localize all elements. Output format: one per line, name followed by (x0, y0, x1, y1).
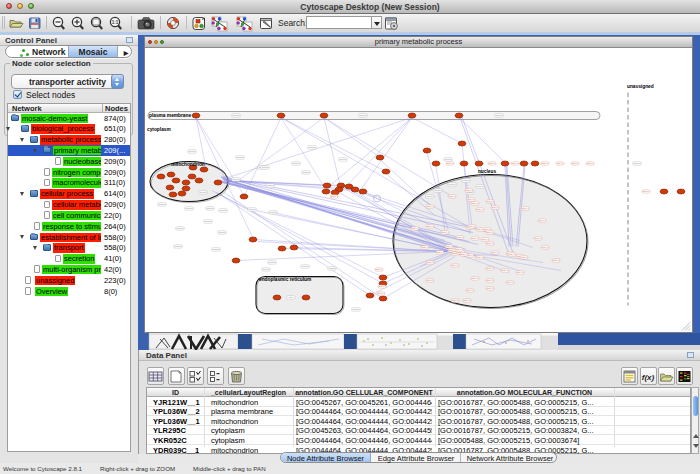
svg-text:GO:44: GO:44 (520, 256, 528, 259)
svg-text:Gmm1: Gmm1 (176, 227, 184, 230)
svg-text:Gmm1: Gmm1 (359, 114, 367, 117)
svg-text:GO:44: GO:44 (486, 200, 494, 203)
svg-text:Gmm1: Gmm1 (426, 195, 434, 198)
svg-text:Gmm1: Gmm1 (232, 114, 240, 117)
svg-text:GO:44: GO:44 (556, 162, 564, 165)
svg-text:GO:44: GO:44 (330, 195, 338, 198)
svg-text:GO:44: GO:44 (465, 189, 473, 192)
svg-text:GO:44: GO:44 (456, 236, 464, 239)
svg-text:GO:44: GO:44 (486, 231, 494, 234)
svg-text:GO:44: GO:44 (468, 225, 476, 228)
svg-text:GO:44: GO:44 (508, 253, 516, 256)
svg-text:Gmm1: Gmm1 (269, 211, 277, 214)
svg-text:GO:44: GO:44 (506, 281, 514, 284)
svg-text:GO:44: GO:44 (467, 198, 475, 201)
svg-text:GO:44: GO:44 (486, 267, 494, 270)
svg-text:GO:44: GO:44 (446, 162, 454, 165)
svg-text:GO:44: GO:44 (426, 205, 434, 208)
svg-text:plasma membrane: plasma membrane (149, 113, 191, 118)
svg-text:GO:44: GO:44 (486, 242, 494, 245)
svg-text:GO:44: GO:44 (516, 271, 524, 274)
svg-text:GO:44: GO:44 (471, 277, 479, 280)
svg-text:nucleus: nucleus (478, 169, 496, 174)
svg-text:GO:44: GO:44 (534, 237, 542, 240)
svg-text:GO:44: GO:44 (511, 162, 519, 165)
svg-text:Gmm1: Gmm1 (352, 308, 360, 311)
svg-text:GO:44: GO:44 (448, 195, 456, 198)
svg-text:Gmm1: Gmm1 (219, 209, 227, 212)
svg-text:Gm1: Gm1 (288, 296, 294, 299)
svg-text:GO:44: GO:44 (460, 253, 468, 256)
svg-text:Gmm1: Gmm1 (476, 185, 484, 188)
svg-text:Gmm1: Gmm1 (495, 114, 503, 117)
svg-text:GO:44: GO:44 (421, 246, 429, 249)
svg-text:GO:44: GO:44 (471, 237, 479, 240)
svg-text:GO:44: GO:44 (491, 206, 499, 209)
svg-text:Gmm1: Gmm1 (236, 156, 244, 159)
svg-text:Gmm1: Gmm1 (339, 158, 347, 161)
svg-text:Gmm1: Gmm1 (212, 248, 220, 251)
svg-text:GO:44: GO:44 (488, 162, 496, 165)
svg-text:GO:44: GO:44 (455, 248, 463, 251)
svg-text:Gmm1: Gmm1 (462, 179, 470, 182)
svg-text:Gmm1: Gmm1 (188, 150, 196, 153)
svg-text:GO:44: GO:44 (463, 299, 471, 302)
svg-text:GO:44: GO:44 (378, 285, 386, 288)
svg-text:GO:44: GO:44 (375, 268, 383, 271)
svg-text:endoplasmic reticulum: endoplasmic reticulum (259, 277, 311, 282)
svg-text:GO:44: GO:44 (538, 219, 546, 222)
svg-text:Gmm1: Gmm1 (158, 203, 166, 206)
svg-text:Gmm1: Gmm1 (232, 178, 240, 181)
svg-text:GO:44: GO:44 (642, 190, 650, 193)
svg-text:GO:44: GO:44 (571, 162, 579, 165)
svg-text:GO:44: GO:44 (426, 261, 434, 264)
svg-text:GO:44: GO:44 (541, 162, 549, 165)
svg-text:Gmm1: Gmm1 (185, 207, 193, 210)
svg-text:GO:44: GO:44 (486, 279, 494, 282)
svg-text:GO:44: GO:44 (445, 245, 453, 248)
svg-text:GO:44: GO:44 (426, 279, 434, 282)
svg-text:GO:44: GO:44 (476, 208, 484, 211)
svg-text:GO:44: GO:44 (466, 289, 474, 292)
svg-text:Gmm1: Gmm1 (218, 231, 226, 234)
svg-text:Gmm1: Gmm1 (268, 261, 276, 264)
svg-text:Gmm1: Gmm1 (266, 184, 274, 187)
svg-text:Gmm1: Gmm1 (262, 268, 270, 271)
svg-text:GO:44: GO:44 (486, 287, 494, 290)
svg-text:GO:44: GO:44 (552, 259, 560, 262)
svg-text:1:1: 1:1 (112, 20, 119, 25)
svg-text:GO:44: GO:44 (476, 256, 484, 259)
svg-text:GO:44: GO:44 (481, 238, 489, 241)
svg-text:GO:44: GO:44 (451, 299, 459, 302)
svg-text:Gmm1: Gmm1 (248, 208, 256, 211)
svg-text:Gmm1: Gmm1 (174, 245, 182, 248)
svg-text:GO:44: GO:44 (541, 246, 549, 249)
svg-text:Gmm1: Gmm1 (328, 267, 336, 270)
svg-text:Gmm1: Gmm1 (204, 220, 212, 223)
svg-text:Gmm1: Gmm1 (199, 191, 207, 194)
svg-text:GO:44: GO:44 (501, 269, 509, 272)
svg-text:Gmm1: Gmm1 (302, 171, 310, 174)
svg-text:GO:44: GO:44 (451, 264, 459, 267)
svg-text:Gmm1: Gmm1 (308, 146, 316, 149)
svg-text:Gmm1: Gmm1 (434, 189, 442, 192)
svg-text:GO:44: GO:44 (521, 207, 529, 210)
svg-text:Gmm1: Gmm1 (206, 207, 214, 210)
svg-text:mitochondrion: mitochondrion (171, 162, 205, 167)
svg-text:GO:44: GO:44 (586, 162, 594, 165)
svg-text:Gmm1: Gmm1 (301, 265, 309, 268)
svg-text:Gmm1: Gmm1 (292, 162, 300, 165)
svg-text:GO:44: GO:44 (436, 251, 444, 254)
svg-text:unassigned: unassigned (627, 84, 654, 89)
svg-text:GO:44: GO:44 (491, 251, 499, 254)
svg-text:Gmm1: Gmm1 (444, 158, 452, 161)
svg-text:Gmm1: Gmm1 (261, 166, 269, 169)
svg-text:Gmm1: Gmm1 (448, 183, 456, 186)
svg-text:GO:44: GO:44 (471, 202, 479, 205)
svg-text:GO:44: GO:44 (411, 227, 419, 230)
svg-text:GO:44: GO:44 (426, 225, 434, 228)
svg-text:GO:44: GO:44 (377, 292, 385, 295)
svg-text:GO:44: GO:44 (441, 231, 449, 234)
svg-text:cytoplasm: cytoplasm (147, 127, 171, 132)
svg-text:Gmm1: Gmm1 (633, 162, 641, 165)
